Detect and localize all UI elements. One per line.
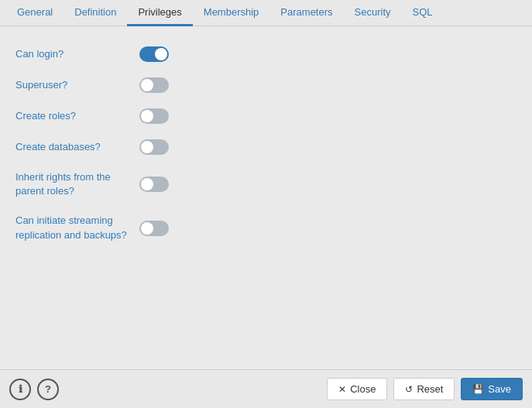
info-button[interactable]: ℹ [9,379,31,400]
privilege-label-superuser: Superuser? [15,78,139,92]
privilege-row-superuser: Superuser? [15,70,517,101]
privilege-row-streaming-replication: Can initiate streaming replication and b… [15,206,517,249]
tab-privileges[interactable]: Privileges [127,0,192,26]
privilege-label-streaming-replication: Can initiate streaming replication and b… [15,214,139,242]
footer: ℹ ? ✕ Close ↺ Reset 💾 Save [0,369,532,408]
slider-can-login [139,46,169,62]
help-icon: ? [45,383,51,395]
toggle-superuser[interactable] [139,77,169,93]
save-button[interactable]: 💾 Save [461,378,523,400]
privilege-row-create-roles: Create roles? [15,101,517,132]
privilege-row-inherit-rights: Inherit rights from the parent roles? [15,163,517,206]
tab-definition[interactable]: Definition [63,0,127,26]
info-icon: ℹ [19,383,22,395]
save-icon: 💾 [472,384,484,395]
privilege-row-create-databases: Create databases? [15,132,517,163]
reset-icon: ↺ [405,384,413,395]
tab-sql[interactable]: SQL [402,0,444,26]
toggle-create-databases[interactable] [139,139,169,155]
privilege-label-can-login: Can login? [15,47,139,61]
slider-streaming-replication [139,221,169,236]
toggle-streaming-replication[interactable] [139,221,169,236]
footer-actions: ✕ Close ↺ Reset 💾 Save [327,378,523,400]
main-content: Can login?Superuser?Create roles?Create … [0,26,532,369]
toggle-create-roles[interactable] [139,108,169,124]
close-label: Close [350,383,376,395]
toggle-can-login[interactable] [139,46,169,62]
tab-security[interactable]: Security [344,0,402,26]
close-icon: ✕ [338,384,346,395]
privilege-label-create-roles: Create roles? [15,109,139,123]
slider-create-roles [139,108,169,124]
reset-button[interactable]: ↺ Reset [393,378,455,400]
privilege-label-create-databases: Create databases? [15,140,139,154]
slider-superuser [139,77,169,93]
reset-label: Reset [417,383,443,395]
tab-general[interactable]: General [6,0,63,26]
tab-parameters[interactable]: Parameters [269,0,343,26]
privilege-row-can-login: Can login? [15,39,517,70]
slider-inherit-rights [139,177,169,192]
help-button[interactable]: ? [37,379,59,400]
tab-membership[interactable]: Membership [193,0,270,26]
toggle-inherit-rights[interactable] [139,177,169,192]
footer-icon-group: ℹ ? [9,379,59,400]
privilege-label-inherit-rights: Inherit rights from the parent roles? [15,170,139,198]
save-label: Save [488,383,511,395]
tab-bar: GeneralDefinitionPrivilegesMembershipPar… [0,0,532,26]
close-button[interactable]: ✕ Close [327,378,387,400]
slider-create-databases [139,139,169,155]
